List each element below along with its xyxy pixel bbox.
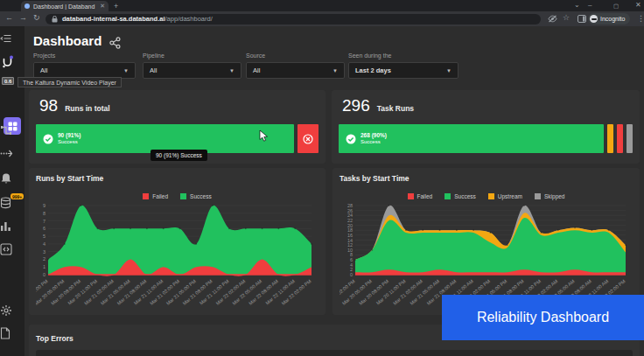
svg-text:Mar 22 02:00 PM: Mar 22 02:00 PM <box>280 278 312 306</box>
legend-label: Skipped <box>544 193 565 199</box>
video-player-badge: 0.6 <box>2 77 14 85</box>
reload-icon[interactable]: ↻ <box>33 13 40 22</box>
top-errors-table-header <box>36 350 633 356</box>
window-maximize-button[interactable]: ▢ <box>613 3 619 10</box>
new-tab-button[interactable]: + <box>114 2 118 10</box>
window-close-button[interactable]: ✕ <box>635 1 641 9</box>
legend-item-failed: Failed <box>408 193 433 199</box>
legend-swatch <box>444 193 451 199</box>
side-panel-icon[interactable] <box>578 15 586 23</box>
svg-text:26: 26 <box>347 208 353 213</box>
bar-segment-skipped[interactable] <box>626 124 633 153</box>
task-runs-card: 296 Task Runs 268 (90%)Success <box>332 90 640 164</box>
legend-label: Upstream <box>498 193 522 199</box>
runs-count: 98 <box>39 96 58 115</box>
browser-tab[interactable]: Dashboard | Databand ✕ <box>21 1 108 11</box>
legend-label: Success <box>454 193 476 199</box>
svg-text:18: 18 <box>347 227 353 233</box>
filter-seen-during-the: Seen during theLast 2 days▼ <box>348 52 458 79</box>
filter-projects: ProjectsAll▼ <box>33 52 136 79</box>
filter-value: All <box>40 66 47 74</box>
svg-text:22: 22 <box>347 218 353 223</box>
bar-segment-upstream[interactable] <box>607 124 613 153</box>
eye-off-icon[interactable] <box>548 15 557 23</box>
filter-select-pipeline[interactable]: All▼ <box>143 62 242 79</box>
tab-title: Dashboard | Databand <box>33 3 97 10</box>
window-minimize-button[interactable]: – <box>588 1 592 9</box>
share-icon[interactable] <box>109 37 121 49</box>
task-runs-card-title: Task Runs <box>377 104 414 113</box>
filter-select-seen-during-the[interactable]: Last 2 days▼ <box>348 62 458 79</box>
legend-swatch <box>143 193 149 199</box>
reliability-dashboard-banner: Reliability Dashboard <box>442 295 644 340</box>
browser-menu-icon[interactable]: ⋮ <box>637 14 644 23</box>
filter-label: Source <box>246 52 345 59</box>
pipelines-icon[interactable] <box>0 124 24 136</box>
legend-item-upstream: Upstream <box>488 193 522 199</box>
legend-label: Failed <box>152 193 168 199</box>
svg-text:2: 2 <box>350 267 353 272</box>
legend-swatch <box>180 193 186 199</box>
bookmark-star-icon[interactable]: ☆ <box>563 13 570 22</box>
banner-label: Reliability Dashboard <box>477 310 609 325</box>
url-path: /app/dashboard/ <box>165 15 213 23</box>
metrics-icon[interactable] <box>0 220 24 232</box>
bar-segment-count: 90 (91%) <box>58 132 80 139</box>
svg-text:4: 4 <box>43 241 46 247</box>
alerts-bell-icon[interactable] <box>0 172 24 185</box>
bar-segment-labels: 268 (90%)Success <box>360 132 387 146</box>
svg-text:12: 12 <box>347 242 353 248</box>
runs-icon[interactable] <box>0 148 24 159</box>
bar-segment-labels: 90 (91%)Success <box>58 132 80 146</box>
page-title: Dashboard <box>33 33 102 48</box>
filter-value: Last 2 days <box>355 66 391 74</box>
svg-text:20: 20 <box>347 223 353 228</box>
docs-icon[interactable] <box>0 327 24 339</box>
runs-by-start-time-chart: Runs by Start Time FailedSuccess 0123456… <box>29 168 326 315</box>
top-errors-title: Top Errors <box>36 334 74 343</box>
mouse-cursor <box>259 129 270 143</box>
filter-value: All <box>253 66 260 74</box>
chart-title: Runs by Start Time <box>36 174 103 183</box>
bar-segment-success[interactable]: 268 (90%)Success <box>339 124 604 153</box>
svg-text:6: 6 <box>43 226 46 231</box>
legend-item-success: Success <box>180 193 212 199</box>
svg-text:5: 5 <box>43 234 46 239</box>
profile-chip[interactable]: Incognito <box>588 13 630 24</box>
svg-text:1: 1 <box>43 264 46 269</box>
filter-select-source[interactable]: All▼ <box>246 62 345 79</box>
chevron-down-icon: ▼ <box>123 68 129 73</box>
svg-text:7: 7 <box>43 219 46 224</box>
svg-text:14: 14 <box>347 238 353 243</box>
bar-segment-failed[interactable] <box>617 124 623 153</box>
legend-item-success: Success <box>444 193 476 199</box>
url-text: databand-internal-sa.databand.ai/app/das… <box>62 15 213 23</box>
svg-text:Mar 20 08:00 PM: Mar 20 08:00 PM <box>358 278 389 306</box>
chevron-down-icon: ▼ <box>229 68 234 73</box>
svg-text:16: 16 <box>347 233 353 238</box>
collapse-menu-icon[interactable] <box>0 33 24 44</box>
legend-swatch <box>535 193 541 199</box>
runs-area-chart[interactable]: 0123456789Mar 20 02:00 PMMar 20 05:00 PM… <box>36 203 318 311</box>
legend-item-skipped: Skipped <box>535 193 565 199</box>
chevron-down-icon: ▼ <box>446 68 452 73</box>
address-bar[interactable]: databand-internal-sa.databand.ai/app/das… <box>46 14 541 24</box>
chart-legend: FailedSuccessUpstreamSkipped <box>332 193 640 199</box>
bar-segment-failed[interactable] <box>298 124 318 153</box>
video-player-tooltip: The Kaltura Dynamic Video Player <box>18 77 122 87</box>
back-icon[interactable]: ← <box>5 13 13 22</box>
check-circle-icon <box>43 134 53 144</box>
error-circle-icon <box>303 134 313 144</box>
svg-text:24: 24 <box>347 213 353 218</box>
tab-search-icon[interactable]: ⌄ <box>574 1 580 9</box>
legend-item-failed: Failed <box>143 193 168 199</box>
tab-close-icon[interactable]: ✕ <box>100 3 105 10</box>
forward-icon[interactable]: → <box>19 13 27 22</box>
integrations-icon[interactable] <box>0 243 24 255</box>
task-runs-status-bar[interactable]: 268 (90%)Success <box>339 124 633 153</box>
settings-gear-icon[interactable] <box>0 304 24 317</box>
bar-segment-count: 268 (90%) <box>360 132 387 139</box>
runs-card-title: Runs in total <box>65 104 109 113</box>
bar-segment-status: Success <box>58 139 80 146</box>
chevron-down-icon: ▼ <box>332 68 338 73</box>
